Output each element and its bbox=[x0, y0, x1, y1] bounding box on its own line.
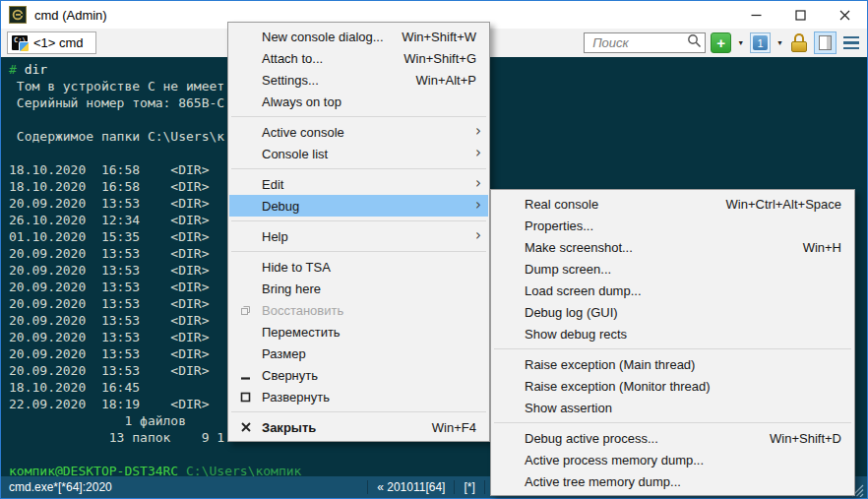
menu-item-hide-to-tsa[interactable]: Hide to TSA bbox=[229, 256, 488, 278]
menu-item-show-debug-rects[interactable]: Show debug rects bbox=[492, 323, 853, 344]
menu-item-raise-exception-main-thread[interactable]: Raise exception (Main thread) bbox=[492, 353, 853, 375]
menu-separator bbox=[231, 220, 486, 221]
menu-item-label: Размер bbox=[262, 346, 306, 361]
menu-item-развернуть[interactable]: Развернуть bbox=[229, 386, 488, 407]
menu-item-active-tree-memory-dump[interactable]: Active tree memory dump... bbox=[492, 470, 853, 492]
conemu-window: cmd (Admin) C:\ <1> cmd bbox=[0, 0, 868, 499]
menu-item-закрыть[interactable]: ЗакрытьWin+F4 bbox=[229, 416, 488, 438]
menu-item-debug-active-process[interactable]: Debug active process...Win+Shift+D bbox=[492, 427, 853, 449]
minimize-button[interactable] bbox=[734, 1, 778, 29]
menu-item-label: Real console bbox=[525, 197, 598, 212]
menu-item-label: Active console bbox=[262, 125, 344, 140]
menu-item-label: Hide to TSA bbox=[262, 260, 331, 275]
menu-item-label: Make screenshot... bbox=[525, 240, 633, 255]
menu-item-label: Show debug rects bbox=[525, 327, 627, 342]
menu-item-label: Active process memory dump... bbox=[525, 453, 704, 468]
menu-item-load-screen-dump[interactable]: Load screen dump... bbox=[492, 280, 853, 301]
status-process: cmd.exe*[*64]:2020 bbox=[3, 480, 118, 494]
window-shape-icon bbox=[819, 35, 832, 50]
menu-item-label: Свернуть bbox=[262, 368, 318, 383]
menu-item-real-console[interactable]: Real consoleWin+Ctrl+Alt+Space bbox=[492, 193, 853, 215]
close-icon bbox=[229, 422, 262, 432]
menu-item-shortcut: Win+Shift+W bbox=[402, 30, 476, 44]
menu-item-debug-log-gui[interactable]: Debug log (GUI) bbox=[492, 301, 853, 323]
console-view-toggle-button[interactable] bbox=[814, 31, 837, 54]
menu-item-console-list[interactable]: Console list› bbox=[229, 143, 488, 164]
menu-separator bbox=[231, 411, 486, 412]
tab-cmd[interactable]: C:\ <1> cmd bbox=[7, 31, 96, 54]
console-number: 1 bbox=[753, 35, 768, 50]
menu-item-восстановить: Восстановить bbox=[229, 299, 488, 321]
new-console-button[interactable]: + bbox=[711, 32, 731, 53]
search-input[interactable] bbox=[590, 34, 687, 51]
maximize-button[interactable] bbox=[778, 1, 823, 29]
conemu-logo-icon[interactable] bbox=[9, 6, 27, 24]
menu-item-edit[interactable]: Edit› bbox=[229, 173, 488, 195]
menu-item-label: Load screen dump... bbox=[525, 283, 642, 298]
menu-item-label: Edit bbox=[262, 177, 283, 192]
menu-item-размер[interactable]: Размер bbox=[229, 343, 488, 364]
submenu-arrow-icon: › bbox=[475, 124, 481, 139]
menu-separator bbox=[494, 422, 851, 423]
menu-item-shortcut: Win+Alt+P bbox=[416, 73, 476, 88]
search-box[interactable] bbox=[584, 32, 706, 53]
menu-item-show-assertion[interactable]: Show assertion bbox=[492, 397, 853, 418]
minimize-icon bbox=[229, 370, 262, 381]
menu-item-shortcut: Win+Shift+D bbox=[770, 431, 841, 446]
menu-item-settings[interactable]: Settings...Win+Alt+P bbox=[229, 69, 488, 91]
new-console-dropdown-icon[interactable]: ▼ bbox=[736, 39, 745, 46]
cmd-console-icon: C:\ bbox=[12, 35, 28, 50]
menu-item-new-console-dialog[interactable]: New console dialog...Win+Shift+W bbox=[229, 26, 488, 47]
menu-separator bbox=[231, 168, 486, 169]
menu-item-shortcut: Win+Ctrl+Alt+Space bbox=[726, 197, 841, 212]
menu-separator bbox=[494, 348, 851, 349]
search-icon[interactable] bbox=[687, 33, 702, 52]
console-list-dropdown-icon[interactable]: ▼ bbox=[775, 39, 784, 46]
status-segment: [*] bbox=[454, 480, 483, 494]
debug-submenu: Real consoleWin+Ctrl+Alt+SpaceProperties… bbox=[490, 189, 855, 496]
menu-item-label: Attach to... bbox=[262, 51, 323, 66]
menu-item-bring-here[interactable]: Bring here bbox=[229, 278, 488, 299]
menu-item-label: Восстановить bbox=[262, 303, 343, 318]
menu-item-properties[interactable]: Properties... bbox=[492, 215, 853, 236]
menu-item-active-console[interactable]: Active console› bbox=[229, 121, 488, 143]
menu-item-label: Bring here bbox=[262, 281, 321, 296]
menu-item-make-screenshot[interactable]: Make screenshot...Win+H bbox=[492, 236, 853, 258]
lock-icon[interactable] bbox=[791, 33, 807, 52]
menu-item-label: New console dialog... bbox=[262, 30, 384, 44]
menu-item-attach-to[interactable]: Attach to...Win+Shift+G bbox=[229, 47, 488, 69]
menu-item-переместить[interactable]: Переместить bbox=[229, 321, 488, 343]
submenu-arrow-icon: › bbox=[475, 198, 481, 213]
close-button[interactable] bbox=[823, 1, 867, 29]
menu-item-label: Help bbox=[262, 229, 288, 244]
menu-item-label: Debug active process... bbox=[525, 431, 658, 446]
menu-item-label: Show assertion bbox=[525, 401, 612, 415]
tab-label: <1> cmd bbox=[33, 35, 84, 50]
main-menu-hamburger-icon[interactable] bbox=[841, 36, 861, 50]
menu-item-label: Debug log (GUI) bbox=[525, 305, 618, 320]
window-controls bbox=[734, 1, 867, 29]
menu-item-raise-exception-monitor-thread[interactable]: Raise exception (Monitor thread) bbox=[492, 375, 853, 397]
menu-item-always-on-top[interactable]: Always on top bbox=[229, 91, 488, 112]
system-context-menu: New console dialog...Win+Shift+WAttach t… bbox=[227, 22, 490, 442]
menu-item-label: Console list bbox=[262, 147, 328, 161]
submenu-arrow-icon: › bbox=[475, 146, 481, 160]
menu-item-label: Raise exception (Main thread) bbox=[525, 357, 695, 372]
active-console-button[interactable]: 1 bbox=[750, 32, 771, 53]
menu-item-label: Properties... bbox=[525, 218, 593, 233]
submenu-arrow-icon: › bbox=[475, 228, 481, 243]
window-title: cmd (Admin) bbox=[34, 8, 726, 23]
menu-item-active-process-memory-dump[interactable]: Active process memory dump... bbox=[492, 449, 853, 470]
menu-item-debug[interactable]: Debug› bbox=[229, 195, 488, 217]
menu-item-label: Закрыть bbox=[262, 420, 316, 435]
menu-separator bbox=[231, 116, 486, 117]
menu-item-label: Active tree memory dump... bbox=[525, 474, 681, 489]
maximize-icon bbox=[229, 392, 262, 403]
menu-item-dump-screen[interactable]: Dump screen... bbox=[492, 258, 853, 280]
menu-item-help[interactable]: Help› bbox=[229, 225, 488, 247]
menu-item-label: Raise exception (Monitor thread) bbox=[525, 379, 711, 394]
menu-item-свернуть[interactable]: Свернуть bbox=[229, 364, 488, 386]
menu-item-label: Always on top bbox=[262, 94, 341, 109]
menu-item-label: Debug bbox=[262, 199, 299, 214]
status-segment: « 201011[64] bbox=[367, 480, 454, 494]
